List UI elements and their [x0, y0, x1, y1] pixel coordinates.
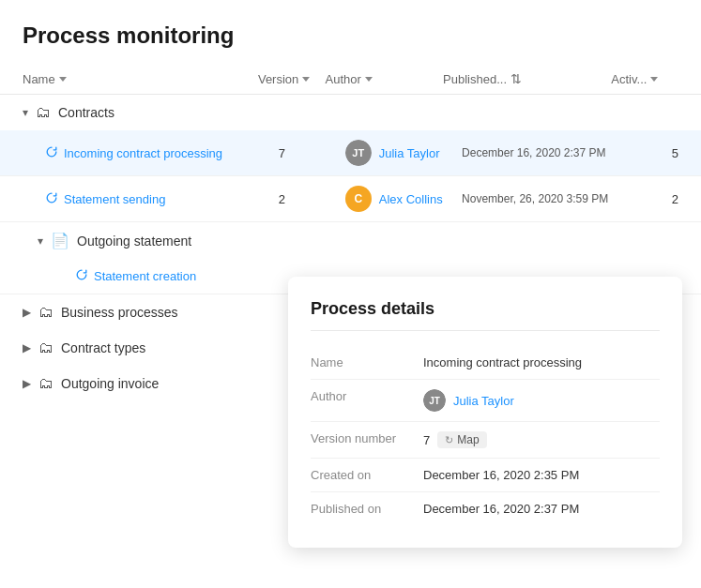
contracts-label: Contracts — [58, 105, 114, 120]
detail-author-label: Author — [311, 389, 423, 403]
process-name-statement[interactable]: Statement sending — [64, 192, 279, 206]
detail-row-published: Published on December 16, 2020 2:37 PM — [311, 492, 660, 525]
contract-types-chevron: ▶ — [23, 341, 31, 354]
detail-row-created: Created on December 16, 2020 2:35 PM — [311, 459, 660, 492]
detail-row-author: Author JT Julia Taylor — [311, 380, 660, 422]
published-sort-icon: ⇅ — [511, 71, 522, 86]
contract-types-label: Contract types — [61, 340, 145, 355]
detail-row-name: Name Incoming contract processing — [311, 346, 660, 380]
table-row[interactable]: Statement sending 2 C Alex Collins Novem… — [0, 176, 701, 222]
detail-name-label: Name — [311, 355, 423, 369]
name-sort-chevron — [59, 77, 67, 82]
sync-icon-incoming — [45, 145, 58, 161]
page-title: Process monitoring — [0, 0, 701, 64]
activity-cell-incoming: 5 — [629, 146, 678, 160]
outgoing-statement-chevron: ▾ — [38, 234, 43, 248]
contract-types-folder-icon: 🗂 — [38, 339, 53, 356]
map-sync-icon: ↻ — [445, 434, 453, 446]
contracts-chevron: ▾ — [23, 106, 28, 119]
detail-version-label: Version number — [311, 431, 423, 445]
group-row-outgoing-statement[interactable]: ▾ 📄 Outgoing statement — [0, 222, 701, 259]
col-author-header[interactable]: Author — [326, 72, 443, 86]
version-cell-incoming: 7 — [279, 146, 345, 160]
outgoing-statement-label: Outgoing statement — [77, 234, 191, 249]
published-cell-statement: November, 26, 2020 3:59 PM — [462, 192, 629, 205]
sync-icon-statement — [45, 191, 58, 207]
details-panel-title: Process details — [311, 299, 660, 331]
detail-version-value: 7 ↻ Map — [423, 431, 487, 448]
business-folder-icon: 🗂 — [38, 304, 53, 321]
sync-icon-creation — [75, 268, 88, 284]
author-name-julia[interactable]: Julia Taylor — [379, 146, 440, 160]
col-name-header[interactable]: Name — [23, 72, 258, 86]
table-row[interactable]: Incoming contract processing 7 JT Julia … — [0, 130, 701, 176]
version-sort-chevron — [302, 77, 310, 82]
avatar-julia: JT — [345, 140, 372, 166]
author-sort-chevron — [365, 77, 373, 82]
col-published-header[interactable]: Published... ⇅ — [443, 71, 611, 86]
avatar-alex: C — [345, 186, 372, 212]
detail-author-avatar: JT — [423, 389, 446, 412]
col-activity-header[interactable]: Activ... — [611, 72, 678, 86]
detail-created-value: December 16, 2020 2:35 PM — [423, 468, 579, 482]
business-label: Business processes — [61, 305, 178, 320]
business-chevron: ▶ — [23, 306, 31, 319]
detail-author-name[interactable]: Julia Taylor — [453, 394, 514, 408]
table-header: Name Version Author Published... ⇅ Ac — [0, 64, 701, 95]
outgoing-invoice-chevron: ▶ — [23, 377, 31, 390]
app-container: Process monitoring Name Version Author P… — [0, 0, 701, 588]
published-cell-incoming: December 16, 2020 2:37 PM — [462, 146, 629, 159]
contracts-folder-icon: 🗂 — [36, 104, 51, 121]
detail-published-label: Published on — [311, 502, 423, 516]
detail-name-value: Incoming contract processing — [423, 355, 582, 369]
detail-created-label: Created on — [311, 468, 423, 482]
detail-published-value: December 16, 2020 2:37 PM — [423, 502, 579, 516]
author-cell-statement: C Alex Collins — [345, 186, 462, 212]
outgoing-invoice-label: Outgoing invoice — [61, 376, 159, 391]
process-name-incoming[interactable]: Incoming contract processing — [64, 146, 279, 160]
outgoing-statement-doc-icon: 📄 — [51, 232, 69, 249]
process-details-panel: Process details Name Incoming contract p… — [288, 277, 682, 548]
detail-row-version: Version number 7 ↻ Map — [311, 422, 660, 459]
author-cell-incoming: JT Julia Taylor — [345, 140, 462, 166]
version-cell-statement: 2 — [279, 192, 345, 206]
activity-cell-statement: 2 — [629, 192, 678, 206]
col-version-header[interactable]: Version — [258, 72, 326, 86]
detail-author-value: JT Julia Taylor — [423, 389, 514, 412]
author-name-alex[interactable]: Alex Collins — [379, 192, 443, 206]
outgoing-invoice-folder-icon: 🗂 — [38, 375, 53, 392]
map-badge[interactable]: ↻ Map — [437, 431, 486, 448]
group-row-contracts[interactable]: ▾ 🗂 Contracts — [0, 95, 701, 130]
activity-sort-chevron — [650, 77, 658, 82]
